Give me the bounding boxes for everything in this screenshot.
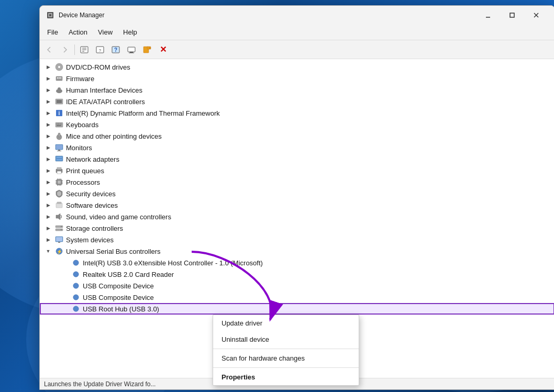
properties-button[interactable] bbox=[77, 43, 92, 57]
tree-item-storage[interactable]: ▶ Storage controllers bbox=[40, 222, 554, 234]
mice-label: Mice and other pointing devices bbox=[66, 132, 162, 140]
svg-marker-67 bbox=[56, 214, 60, 220]
expand-network-icon[interactable]: ▶ bbox=[44, 155, 52, 163]
svg-rect-50 bbox=[57, 171, 61, 174]
menu-bar: File Action View Help bbox=[40, 25, 554, 40]
storage-label: Storage controllers bbox=[66, 225, 123, 232]
expand-usb-composite2-icon[interactable] bbox=[61, 293, 69, 301]
svg-point-78 bbox=[73, 272, 79, 277]
tree-item-network[interactable]: ▶ Network adapters bbox=[40, 153, 554, 165]
ctx-uninstall-device[interactable]: Uninstall device bbox=[213, 331, 359, 348]
tree-item-hid[interactable]: ▶ Human Interface Devices bbox=[40, 84, 554, 96]
menu-file[interactable]: File bbox=[42, 26, 63, 38]
close-button[interactable] bbox=[524, 6, 548, 25]
expand-ide-icon[interactable]: ▶ bbox=[44, 97, 52, 106]
expand-mice-icon[interactable]: ▶ bbox=[44, 132, 52, 140]
expand-system-icon[interactable]: ▶ bbox=[44, 236, 52, 244]
tree-item-system[interactable]: ▶ System devices bbox=[40, 234, 554, 245]
tree-item-dvd[interactable]: ▶ DVD/CD-ROM drives bbox=[40, 61, 554, 73]
tree-item-usb-realtek[interactable]: Realtek USB 2.0 Card Reader bbox=[40, 268, 554, 280]
usb-composite2-label: USB Composite Device bbox=[83, 294, 154, 301]
network-icon bbox=[54, 154, 64, 164]
keyboards-icon bbox=[54, 120, 64, 129]
svg-rect-29 bbox=[57, 100, 62, 103]
ctx-scan-hardware[interactable]: Scan for hardware changes bbox=[213, 350, 359, 366]
tree-item-intel-dynamic[interactable]: ▶ i Intel(R) Dynamic Platform and Therma… bbox=[40, 107, 554, 119]
scan-hardware-toolbar-button[interactable] bbox=[124, 43, 139, 57]
back-button[interactable] bbox=[42, 43, 57, 57]
tree-item-mice[interactable]: ▶ Mice and other pointing devices bbox=[40, 130, 554, 142]
svg-rect-4 bbox=[510, 13, 514, 17]
expand-usb-root-icon[interactable] bbox=[61, 305, 69, 313]
expand-usb-intel-icon[interactable] bbox=[61, 259, 69, 267]
svg-rect-49 bbox=[57, 167, 61, 170]
tree-item-firmware[interactable]: ▶ Firmware bbox=[40, 73, 554, 84]
sound-label: Sound, video and game controllers bbox=[66, 213, 171, 221]
expand-security-icon[interactable]: ▶ bbox=[44, 189, 52, 198]
svg-rect-74 bbox=[58, 242, 60, 243]
expand-hid-icon[interactable]: ▶ bbox=[44, 86, 52, 94]
svg-rect-32 bbox=[56, 122, 63, 127]
expand-firmware-icon[interactable]: ▶ bbox=[44, 74, 52, 83]
expand-software-icon[interactable]: ▶ bbox=[44, 201, 52, 209]
expand-monitors-icon[interactable]: ▶ bbox=[44, 143, 52, 152]
svg-rect-23 bbox=[57, 77, 58, 79]
keyboards-label: Keyboards bbox=[66, 121, 98, 129]
expand-storage-icon[interactable]: ▶ bbox=[44, 224, 52, 232]
firmware-label: Firmware bbox=[66, 75, 94, 83]
remove-toolbar-button[interactable]: ✕ bbox=[156, 43, 170, 57]
maximize-button[interactable] bbox=[500, 6, 524, 25]
tree-item-print[interactable]: ▶ Print queues bbox=[40, 165, 554, 176]
svg-rect-24 bbox=[59, 77, 60, 79]
software-label: Software devices bbox=[66, 201, 118, 209]
svg-point-77 bbox=[73, 260, 79, 266]
tree-item-ide[interactable]: ▶ IDE ATA/ATAPI controllers bbox=[40, 96, 554, 107]
tree-item-processors[interactable]: ▶ Processors bbox=[40, 176, 554, 188]
svg-point-70 bbox=[61, 226, 62, 227]
menu-view[interactable]: View bbox=[93, 26, 118, 38]
system-label: System devices bbox=[66, 236, 114, 244]
expand-dvd-icon[interactable]: ▶ bbox=[44, 63, 52, 71]
menu-help[interactable]: Help bbox=[118, 26, 142, 38]
tree-item-monitors[interactable]: ▶ Monitors bbox=[40, 142, 554, 153]
usb-composite1-icon bbox=[71, 281, 81, 290]
minimize-button[interactable] bbox=[476, 6, 500, 25]
usb-icon: ⚡ bbox=[54, 247, 64, 256]
expand-sound-icon[interactable]: ▶ bbox=[44, 212, 52, 221]
security-label: Security devices bbox=[66, 190, 116, 198]
tree-item-keyboards[interactable]: ▶ Keyboards bbox=[40, 119, 554, 130]
tree-item-usb-composite1[interactable]: USB Composite Device bbox=[40, 280, 554, 292]
expand-intel-icon[interactable]: ▶ bbox=[44, 109, 52, 117]
expand-keyboards-icon[interactable]: ▶ bbox=[44, 120, 52, 129]
update-driver-toolbar-button[interactable]: ? bbox=[93, 43, 107, 57]
tree-item-usb[interactable]: ▼ ⚡ Universal Serial Bus controllers bbox=[40, 245, 554, 257]
show-hidden-toolbar-button[interactable] bbox=[140, 43, 154, 57]
expand-processors-icon[interactable]: ▶ bbox=[44, 178, 52, 186]
tree-item-usb-composite2[interactable]: USB Composite Device bbox=[40, 292, 554, 303]
svg-point-21 bbox=[58, 66, 60, 68]
forward-button[interactable] bbox=[58, 43, 72, 57]
expand-print-icon[interactable]: ▶ bbox=[44, 166, 52, 175]
expand-usb-composite1-icon[interactable] bbox=[61, 282, 69, 290]
firmware-icon bbox=[54, 74, 64, 83]
ctx-update-driver[interactable]: Update driver bbox=[213, 315, 359, 331]
tree-item-software[interactable]: ▶ Software devices bbox=[40, 199, 554, 211]
svg-point-81 bbox=[73, 306, 79, 312]
menu-action[interactable]: Action bbox=[63, 26, 93, 38]
ctx-properties[interactable]: Properties bbox=[213, 369, 359, 385]
expand-usb-realtek-icon[interactable] bbox=[61, 270, 69, 278]
tree-item-sound[interactable]: ▶ Sound, video and game controllers bbox=[40, 211, 554, 222]
svg-rect-65 bbox=[56, 203, 62, 208]
svg-point-71 bbox=[61, 229, 62, 230]
svg-rect-34 bbox=[58, 124, 59, 125]
dvd-icon bbox=[54, 62, 64, 72]
tree-item-security[interactable]: ▶ Security devices bbox=[40, 188, 554, 199]
mice-icon bbox=[54, 131, 64, 141]
svg-text:i: i bbox=[59, 110, 60, 116]
usb-composite1-label: USB Composite Device bbox=[83, 282, 154, 290]
tree-item-usb-root[interactable]: USB Root Hub (USB 3.0) bbox=[40, 303, 554, 315]
tree-item-usb-intel[interactable]: Intel(R) USB 3.0 eXtensible Host Control… bbox=[40, 257, 554, 268]
help-toolbar-button[interactable]: ? bbox=[108, 43, 123, 57]
window-title: Device Manager bbox=[59, 12, 476, 19]
expand-usb-icon[interactable]: ▼ bbox=[44, 247, 52, 255]
